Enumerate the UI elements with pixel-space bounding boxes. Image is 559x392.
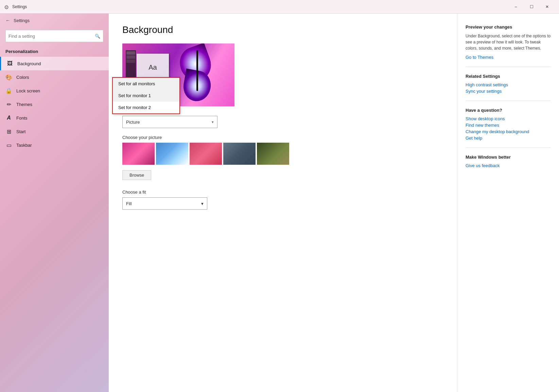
- go-to-themes-link[interactable]: Go to Themes: [466, 55, 551, 60]
- divider-1: [466, 67, 551, 67]
- browse-button[interactable]: Browse: [122, 170, 151, 180]
- lock-icon: 🔒: [5, 87, 12, 94]
- taskbar-icon: ▭: [5, 142, 12, 148]
- sidebar-item-themes[interactable]: ✏ Themes: [0, 97, 109, 111]
- thumbnail-1[interactable]: [122, 143, 155, 165]
- feedback-title: Make Windows better: [466, 155, 551, 160]
- content-main: Background: [109, 14, 457, 392]
- get-help-link[interactable]: Get help: [466, 136, 551, 141]
- preview-window-text: Aa: [149, 64, 157, 71]
- monitor-dropdown-popup[interactable]: Set for all monitors Set for monitor 1 S…: [112, 77, 180, 114]
- sidebar-item-lock-screen[interactable]: 🔒 Lock screen: [0, 84, 109, 97]
- find-new-themes-link[interactable]: Find new themes: [466, 123, 551, 128]
- sidebar-item-colors[interactable]: 🎨 Colors: [0, 70, 109, 84]
- sidebar-item-taskbar[interactable]: ▭ Taskbar: [0, 138, 109, 152]
- show-desktop-icons-link[interactable]: Show desktop icons: [466, 116, 551, 121]
- sidebar-label-colors: Colors: [16, 75, 29, 80]
- title-bar: ⚙ Settings – ☐ ✕: [0, 0, 559, 14]
- fit-chevron-icon: ▾: [201, 201, 204, 206]
- dropdown-item-monitor-1[interactable]: Set for monitor 1: [113, 90, 179, 102]
- fit-label: Choose a fit: [122, 190, 443, 195]
- thumbnail-2[interactable]: [156, 143, 188, 165]
- feedback-link[interactable]: Give us feedback: [466, 163, 551, 168]
- sidebar: ← Settings 🔍 Personalization 🖼 Backgroun…: [0, 14, 109, 392]
- sidebar-label-taskbar: Taskbar: [16, 143, 32, 148]
- fonts-icon: A: [5, 114, 12, 121]
- maximize-button[interactable]: ☐: [524, 0, 539, 14]
- background-icon: 🖼: [6, 60, 13, 67]
- sidebar-item-fonts[interactable]: A Fonts: [0, 111, 109, 125]
- back-arrow-icon: ←: [5, 18, 10, 23]
- back-label: Settings: [14, 18, 30, 23]
- sidebar-label-start: Start: [16, 129, 25, 134]
- title-bar-title: Settings: [12, 4, 508, 9]
- dropdown-section: Set for all monitors Set for monitor 1 S…: [122, 114, 443, 128]
- title-bar-controls: – ☐ ✕: [508, 0, 555, 14]
- search-input[interactable]: [8, 34, 95, 39]
- themes-icon: ✏: [5, 101, 12, 108]
- search-icon: 🔍: [95, 34, 100, 39]
- section-label: Personalization: [0, 45, 109, 57]
- start-icon: ⊞: [5, 128, 12, 135]
- thumbnail-4[interactable]: [223, 143, 256, 165]
- high-contrast-link[interactable]: High contrast settings: [466, 82, 551, 87]
- dropdown-chevron-icon: ▾: [212, 120, 214, 124]
- sync-settings-link[interactable]: Sync your settings: [466, 89, 551, 94]
- colors-icon: 🎨: [5, 74, 12, 81]
- preview-description: Under Background, select one of the opti…: [466, 33, 551, 51]
- sidebar-item-background[interactable]: 🖼 Background: [0, 57, 109, 70]
- sidebar-label-background: Background: [17, 61, 41, 66]
- question-title: Have a question?: [466, 108, 551, 113]
- sidebar-label-lock-screen: Lock screen: [16, 88, 40, 93]
- thumbnail-5[interactable]: [257, 143, 289, 165]
- background-type-value: Picture: [126, 120, 140, 125]
- fit-value: Fill: [126, 201, 132, 206]
- change-bg-link[interactable]: Change my desktop background: [466, 129, 551, 134]
- back-button[interactable]: ← Settings: [0, 14, 109, 27]
- fit-dropdown[interactable]: Fill ▾: [122, 197, 207, 210]
- settings-icon: ⚙: [4, 4, 10, 10]
- close-button[interactable]: ✕: [539, 0, 555, 14]
- background-type-dropdown[interactable]: Picture ▾: [122, 116, 217, 128]
- thumbnail-row: [122, 143, 443, 165]
- sidebar-label-fonts: Fonts: [16, 115, 28, 121]
- sidebar-item-start[interactable]: ⊞ Start: [0, 125, 109, 138]
- related-settings-title: Related Settings: [466, 74, 551, 79]
- minimize-button[interactable]: –: [508, 0, 524, 14]
- content-area: Background: [109, 14, 559, 392]
- background-dropdown-wrapper: Set for all monitors Set for monitor 1 S…: [122, 114, 217, 128]
- main-layout: ← Settings 🔍 Personalization 🖼 Backgroun…: [0, 14, 559, 392]
- divider-2: [466, 101, 551, 101]
- page-title: Background: [122, 24, 443, 35]
- right-panel: Preview your changes Under Background, s…: [457, 14, 559, 392]
- thumbnail-3[interactable]: [190, 143, 222, 165]
- preview-title: Preview your changes: [466, 24, 551, 30]
- pictures-label: Choose your picture: [122, 135, 443, 140]
- search-box[interactable]: 🔍: [5, 30, 103, 42]
- divider-3: [466, 147, 551, 148]
- fit-section: Choose a fit Fill ▾: [122, 190, 443, 210]
- dropdown-item-all-monitors[interactable]: Set for all monitors: [113, 78, 179, 90]
- sidebar-label-themes: Themes: [16, 102, 32, 107]
- dropdown-item-monitor-2[interactable]: Set for monitor 2: [113, 102, 179, 113]
